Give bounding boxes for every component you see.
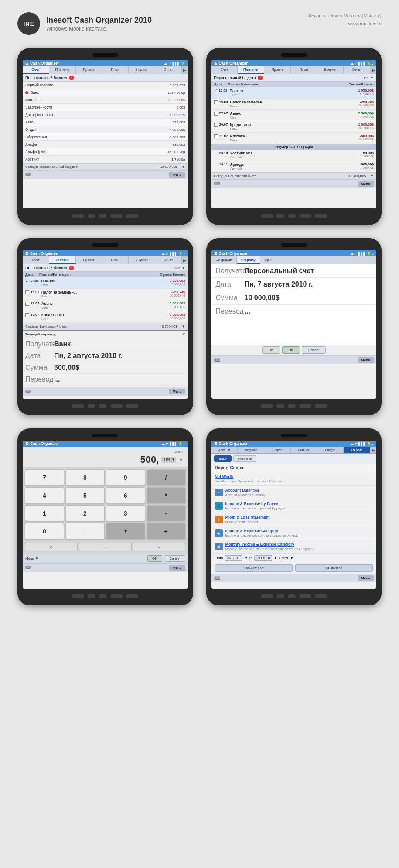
phone-4-btn-5[interactable]	[315, 404, 327, 408]
calc-btn-add[interactable]: +	[147, 523, 186, 540]
calc-btn-9[interactable]: 9	[106, 469, 145, 486]
phone-6-btn-win[interactable]	[288, 594, 296, 598]
p3-payment-1[interactable]: 15.08 Налог за земельн... Банк -250,74$ …	[23, 289, 188, 300]
tab-проект-3[interactable]: Проект	[76, 256, 102, 264]
monthly-title[interactable]: Monthly Income & Expense Category	[225, 542, 373, 547]
report-nav-arrow[interactable]: ▶	[370, 447, 376, 453]
phone-3-btn-back[interactable]	[110, 404, 123, 408]
calc-btn-3[interactable]: 3	[106, 505, 145, 522]
report-tab-planner[interactable]: Planner	[291, 447, 317, 453]
from-date-select[interactable]: 25.09.10	[225, 555, 242, 561]
nav-arrow-3[interactable]: ▶	[182, 256, 188, 264]
tab-счет-1[interactable]: Счет	[23, 66, 49, 74]
menu-btn-3[interactable]: Menu	[169, 389, 185, 394]
phone-3-btn-win[interactable]	[99, 404, 107, 408]
tab-бюджет-1[interactable]: Бюджет	[129, 66, 155, 74]
calc-btn-0[interactable]: 0	[25, 523, 64, 540]
tab-платежи-1[interactable]: Платежи	[49, 66, 76, 74]
payment-row-1[interactable]: 15.08 Налог за земельн... Банк -250,74$ …	[211, 99, 377, 110]
transfer-close-icon[interactable]: ✕	[182, 332, 185, 337]
tab-план-1[interactable]: План	[102, 66, 129, 74]
checkbox-1[interactable]	[214, 100, 218, 104]
dates-arrow[interactable]: ▼	[290, 556, 293, 560]
calc-btn-7[interactable]: 7	[25, 469, 64, 486]
calc-btn-8[interactable]: 8	[65, 469, 105, 486]
calc-menu-btn[interactable]: Menu ▼	[25, 557, 38, 560]
report-tab-register[interactable]: Register	[238, 447, 264, 453]
phone-6-btn-1[interactable]	[261, 594, 273, 598]
profit-loss-title[interactable]: Profit & Loss Statement	[225, 515, 373, 519]
report-tab-project[interactable]: Project	[264, 447, 291, 453]
calc-btn-1[interactable]: 1	[25, 505, 64, 522]
phone-2-btn-back[interactable]	[299, 214, 311, 218]
phone-5-btn-back[interactable]	[110, 594, 123, 598]
phone-5-btn-5[interactable]	[126, 594, 138, 598]
filter-2[interactable]: Все	[362, 76, 368, 80]
tab-платежи-2[interactable]: Платежи	[238, 66, 264, 74]
checkbox-3[interactable]	[214, 123, 218, 127]
nav-arrow-2[interactable]: ▶	[370, 66, 376, 74]
phone-2-btn-home[interactable]	[276, 214, 284, 218]
filter-arrow-2[interactable]: ▼	[370, 76, 374, 80]
section-tab-base[interactable]: Base	[214, 455, 232, 462]
report-tab-budget[interactable]: Budget	[317, 447, 344, 453]
income-expense-payee-title[interactable]: Income & Expense by Payee	[225, 502, 373, 506]
calc-btn-4[interactable]: 4	[25, 487, 64, 504]
phone-2-btn-5[interactable]	[315, 214, 327, 218]
tab-план-2[interactable]: План	[291, 66, 317, 74]
payment-row-3[interactable]: 20.07 Кредит авто Банк -1 000,00$ 10 000…	[211, 121, 377, 133]
menu-btn-2[interactable]: Menu	[358, 181, 374, 187]
menu-btn-1[interactable]: Menu	[169, 172, 185, 178]
phone-3-btn-5[interactable]	[126, 404, 138, 408]
phone-1-btn-back[interactable]	[110, 214, 123, 218]
p3-checkbox-3[interactable]	[25, 313, 29, 317]
phone-5-btn-win[interactable]	[99, 594, 107, 598]
tab-план-3[interactable]: План	[102, 256, 129, 264]
report-tab-account[interactable]: Account	[211, 447, 238, 453]
payment-row-2[interactable]: 27.07 Аванс Visa 2 500,00$ 3 000,00$	[211, 110, 377, 121]
phone-3-btn-home[interactable]	[88, 404, 95, 408]
p3-payment-3[interactable]: 20.07 Кредит авто Банк -1 500,50$ 10 000…	[23, 311, 188, 323]
phone-3-btn-1[interactable]	[72, 404, 84, 408]
calc-btn-6[interactable]: 6	[106, 487, 145, 504]
tab-отчет-2[interactable]: Отчет	[344, 66, 370, 74]
keyboard-icon-2[interactable]: ⌨	[214, 181, 220, 186]
calc-cancel-btn[interactable]: Cancel	[165, 555, 185, 562]
calc-btn-c[interactable]: C	[25, 543, 78, 551]
calc-btn-mul[interactable]: *	[147, 487, 186, 504]
tab-проект-2[interactable]: Проект	[264, 66, 291, 74]
calc-btn-plusminus[interactable]: ±	[106, 523, 145, 540]
keyboard-icon-5[interactable]: ⌨	[25, 565, 31, 570]
calc-btn-5[interactable]: 5	[65, 487, 105, 504]
payment-row-0[interactable]: ✓ 17.08 Платеж Счет -1 050,00$ 5 500,00$	[211, 87, 377, 99]
calc-btn-div[interactable]: /	[147, 469, 186, 486]
to-date-select[interactable]: 25.09.10	[254, 555, 272, 561]
dropdown-icon-3[interactable]: ▼	[182, 325, 185, 328]
currency-arrow[interactable]: ▼	[179, 457, 184, 462]
phone-4-btn-home[interactable]	[276, 404, 284, 408]
report-tab-report[interactable]: Report	[344, 447, 370, 453]
btn-ok-4[interactable]: OK	[282, 346, 300, 354]
phone-1-btn-5[interactable]	[126, 214, 138, 218]
calc-btn-back[interactable]: <	[79, 543, 132, 551]
keyboard-icon-1[interactable]: ⌨	[25, 172, 31, 177]
checkbox-4[interactable]	[214, 134, 218, 138]
p3-checkbox-2[interactable]	[25, 302, 29, 306]
tab-бюджет-3[interactable]: Бюджет	[129, 256, 155, 264]
phone-2-btn-win[interactable]	[288, 214, 296, 218]
tab-отчет-3[interactable]: Отчет	[155, 256, 182, 264]
date-arrow-1[interactable]: ▼	[244, 556, 248, 560]
phone-4-btn-back[interactable]	[299, 404, 311, 408]
filter-arrow-3[interactable]: ▼	[182, 266, 185, 270]
date-arrow-2[interactable]: ▼	[274, 556, 277, 560]
phone-4-btn-win[interactable]	[288, 404, 296, 408]
regular-row-1[interactable]: 13.11 Аренда Личный 600,00$ 1 500,00$	[211, 161, 377, 172]
nav-arrow-1[interactable]: ▶	[182, 66, 188, 74]
show-report-btn[interactable]: Show Report	[215, 564, 293, 572]
menu-btn-6[interactable]: Menu	[358, 575, 374, 581]
p3-payment-0[interactable]: ✓ 17.08 Платеж Счет -1 050,00$ 5 500,00$	[23, 277, 188, 289]
section-tab-personal[interactable]: Personal	[233, 455, 257, 462]
account-balances-title[interactable]: Account Balances	[225, 488, 373, 492]
phone-6-btn-home[interactable]	[276, 594, 284, 598]
btn-del-4[interactable]: Del	[262, 346, 280, 354]
